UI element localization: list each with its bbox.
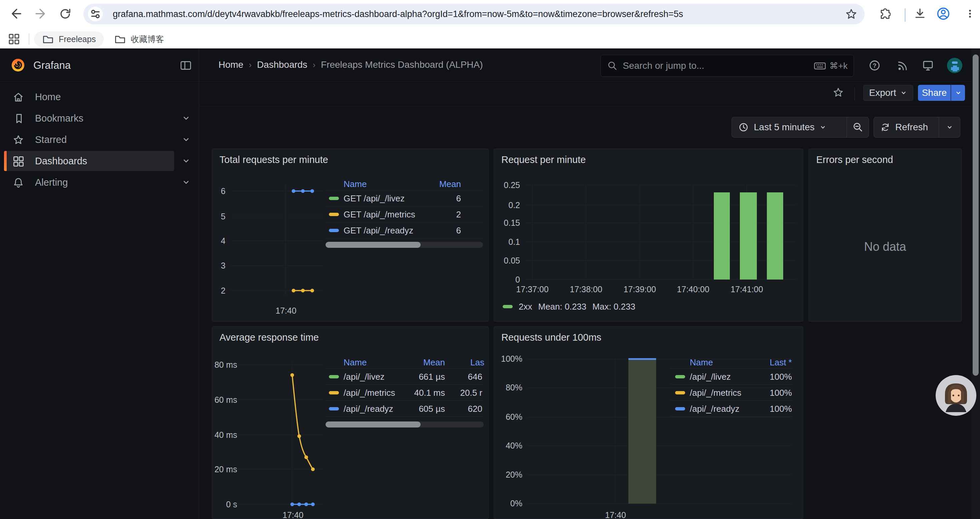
- legend-row[interactable]: /api/_/metrics 40.1 ms 20.5 r: [326, 385, 483, 401]
- legend-row[interactable]: GET /api/_/readyz 6: [326, 222, 483, 238]
- floating-assistant-avatar[interactable]: [935, 374, 977, 417]
- y-tick: 40%: [494, 441, 522, 450]
- line-chart[interactable]: [229, 358, 326, 509]
- apps-grid-icon[interactable]: [7, 32, 21, 46]
- panel-errors-per-second[interactable]: Errors per second No data: [808, 149, 962, 322]
- y-tick: 0.15: [494, 218, 520, 228]
- panel-avg-response-time[interactable]: Average response time 80 ms 60 ms 40 ms …: [212, 326, 488, 519]
- panel-title[interactable]: Request per minute: [501, 154, 586, 165]
- caret-down-icon: [946, 124, 953, 131]
- y-tick: 20%: [494, 470, 522, 480]
- legend-row[interactable]: /api/_/readyz 100%: [671, 401, 792, 417]
- downloads-icon[interactable]: [913, 7, 927, 21]
- y-tick: 2: [212, 286, 226, 295]
- share-menu-button[interactable]: [951, 85, 965, 101]
- x-tick: 17:38:00: [563, 284, 609, 294]
- caret-down-icon: [900, 89, 907, 96]
- bar-chart[interactable]: [526, 181, 796, 281]
- extensions-icon[interactable]: [877, 7, 891, 21]
- sidebar-item-dashboards[interactable]: Dashboards: [0, 150, 199, 172]
- sidebar-item-alerting[interactable]: Alerting: [0, 172, 199, 193]
- sidebar-toggle-icon[interactable]: [180, 59, 192, 72]
- browser-menu-icon[interactable]: [963, 7, 977, 21]
- reload-icon[interactable]: [59, 7, 72, 21]
- panel-total-requests[interactable]: Total requests per minute 6 5 4 3 2 17:4…: [212, 149, 488, 322]
- line-chart[interactable]: [229, 181, 326, 304]
- url-bar[interactable]: grafana.mathmast.com/d/deytv4rwavabkb/fr…: [83, 4, 865, 24]
- zoom-out-icon: [852, 121, 864, 133]
- series-name[interactable]: 2xx: [519, 302, 532, 312]
- legend-row[interactable]: GET /api/_/metrics 2: [326, 206, 483, 222]
- kiosk-monitor-icon[interactable]: [921, 59, 935, 72]
- bookmark-freeleaps[interactable]: Freeleaps: [34, 31, 104, 47]
- legend-hscrollbar[interactable]: [326, 242, 483, 248]
- refresh-interval-button[interactable]: [939, 117, 960, 137]
- grafana-logo[interactable]: [10, 57, 26, 73]
- breadcrumb-current: Freeleaps Metrics Dashboard (ALPHA): [321, 59, 483, 70]
- back-icon[interactable]: [10, 7, 23, 21]
- site-info-icon[interactable]: [88, 7, 103, 21]
- panel-title[interactable]: Errors per second: [816, 154, 893, 165]
- news-rss-icon[interactable]: [896, 59, 909, 72]
- forward-icon[interactable]: [34, 7, 48, 21]
- chevron-down-icon[interactable]: [181, 135, 191, 144]
- legend-row[interactable]: /api/_/metrics 100%: [671, 385, 792, 401]
- user-avatar[interactable]: [947, 57, 963, 73]
- legend[interactable]: 2xx Mean: 0.233 Max: 0.233: [503, 300, 635, 313]
- legend-header-last[interactable]: Last *: [770, 357, 792, 367]
- page-scrollbar-thumb[interactable]: [973, 54, 978, 376]
- legend-header-mean[interactable]: Mean: [439, 179, 461, 189]
- url-text[interactable]: grafana.mathmast.com/d/deytv4rwavabkb/fr…: [113, 4, 683, 24]
- breadcrumb-dashboards[interactable]: Dashboards: [257, 59, 307, 70]
- legend-row[interactable]: /api/_/livez 661 µs 646: [326, 369, 483, 385]
- panel-title[interactable]: Average response time: [220, 332, 319, 343]
- zoom-out-time-button[interactable]: [846, 117, 869, 137]
- breadcrumb-home[interactable]: Home: [218, 59, 243, 70]
- panel-title[interactable]: Total requests per minute: [220, 154, 328, 165]
- legend-header-name[interactable]: Name: [690, 357, 713, 367]
- chevron-down-icon[interactable]: [181, 156, 191, 166]
- export-label: Export: [869, 88, 896, 98]
- legend-row[interactable]: /api/_/readyz 605 µs 620: [326, 401, 483, 417]
- sidebar-item-label: Bookmarks: [35, 107, 83, 129]
- panel-title[interactable]: Requests under 100ms: [501, 332, 601, 343]
- sidebar-item-label: Home: [35, 86, 61, 107]
- sidebar-item-starred[interactable]: Starred: [0, 129, 199, 150]
- legend-header: Name Mean: [326, 179, 483, 190]
- bookmark-blogs[interactable]: 收藏博客: [106, 31, 172, 47]
- legend-header-name[interactable]: Name: [344, 179, 367, 189]
- favorite-dashboard-star-icon[interactable]: [832, 86, 845, 99]
- star-icon: [12, 134, 25, 146]
- series-max: Max: 0.233: [592, 302, 635, 312]
- share-button[interactable]: Share: [918, 85, 951, 101]
- sidebar-item-home[interactable]: Home: [0, 86, 199, 107]
- series-swatch-green: [675, 375, 685, 378]
- bookmark-star-icon[interactable]: [845, 7, 858, 21]
- time-range-picker[interactable]: Last 5 minutes: [732, 117, 846, 137]
- sidebar-item-bookmarks[interactable]: Bookmarks: [0, 107, 199, 129]
- folder-icon: [42, 33, 54, 45]
- legend-row[interactable]: /api/_/livez 100%: [671, 369, 792, 385]
- help-icon[interactable]: ?: [868, 59, 881, 72]
- export-button[interactable]: Export: [863, 85, 913, 101]
- legend-header-last[interactable]: Las: [470, 357, 484, 367]
- breadcrumb: Home › Dashboards › Freeleaps Metrics Da…: [218, 48, 483, 81]
- search-input[interactable]: Search or jump to... ⌘+k: [600, 55, 854, 77]
- panel-requests-under-100ms[interactable]: Requests under 100ms 100% 80% 60% 40% 20…: [494, 326, 803, 519]
- caret-down-icon: [819, 124, 827, 131]
- legend-header-mean[interactable]: Mean: [423, 357, 445, 367]
- chevron-down-icon[interactable]: [181, 113, 191, 123]
- legend-row[interactable]: GET /api/_/livez 6: [326, 190, 483, 206]
- refresh-button[interactable]: Refresh: [874, 117, 939, 137]
- legend-header-name[interactable]: Name: [344, 357, 367, 367]
- legend-hscrollbar[interactable]: [326, 422, 484, 428]
- panel-request-per-minute[interactable]: Request per minute 0.25 0.2 0.15 0.1 0.0…: [494, 149, 803, 322]
- dashboards-grid-icon: [12, 155, 25, 168]
- chevron-down-icon[interactable]: [181, 178, 191, 187]
- scrollbar-thumb[interactable]: [326, 242, 421, 248]
- profile-icon[interactable]: [936, 6, 951, 21]
- x-tick: 17:40: [283, 510, 302, 519]
- sidebar-item-label: Alerting: [35, 172, 68, 193]
- y-tick: 0.2: [494, 200, 520, 210]
- scrollbar-thumb[interactable]: [326, 422, 421, 428]
